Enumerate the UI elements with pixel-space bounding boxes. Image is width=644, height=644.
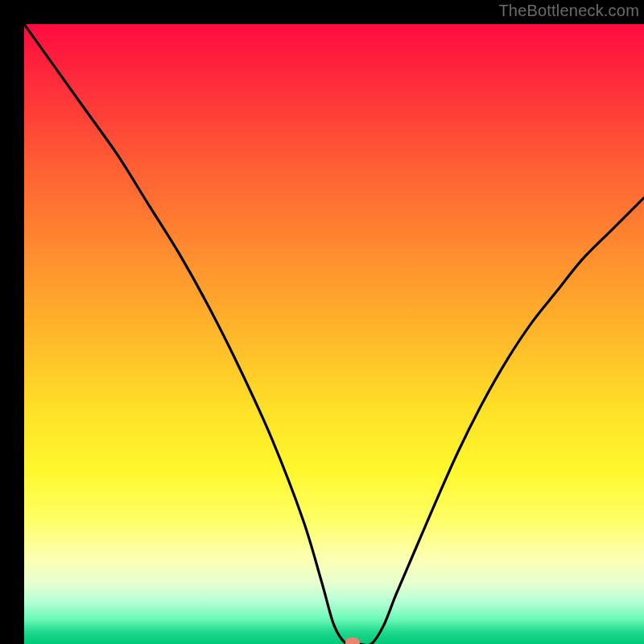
chart-area — [24, 24, 644, 644]
watermark-text: TheBottleneck.com — [498, 2, 639, 20]
optimal-point-marker — [345, 638, 360, 644]
bottleneck-curve — [24, 24, 644, 644]
